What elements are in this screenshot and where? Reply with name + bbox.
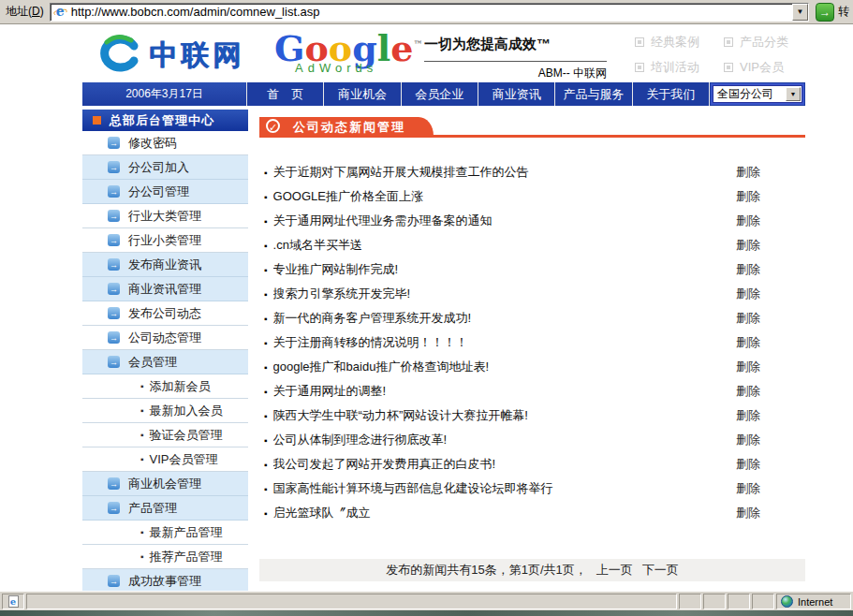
sidebar-item[interactable]: ▪添加新会员	[82, 374, 248, 399]
google-letter: e	[390, 27, 413, 69]
sidebar-item[interactable]: →发布公司动态	[82, 301, 248, 326]
nav-item[interactable]: 商业机会	[324, 82, 401, 106]
sidebar-title: 总部后台管理中心	[110, 112, 214, 129]
prev-page-link[interactable]: 上一页	[596, 562, 633, 579]
status-message-pane	[26, 594, 677, 609]
delete-link[interactable]: 删除	[736, 456, 760, 473]
sidebar-item-label: 发布公司动态	[128, 305, 201, 322]
delete-link[interactable]: 删除	[736, 505, 760, 521]
quick-links: 经典案例产品分类培训活动VIP会员	[635, 34, 788, 76]
arrow-icon: →	[108, 356, 120, 368]
news-title-link[interactable]: 关于近期对下属网站开展大规模排查工作的公告	[273, 164, 529, 181]
nav-item[interactable]: 产品与服务	[555, 82, 632, 106]
branch-select[interactable]: 全国分公司 ▼	[713, 85, 802, 103]
news-title-link[interactable]: 新一代的商务客户管理系统开发成功!	[273, 310, 472, 327]
bullet-icon: ▪	[264, 216, 268, 227]
delete-link[interactable]: 删除	[736, 164, 760, 181]
sidebar-item-label: 公司动态管理	[128, 330, 201, 346]
branch-select-dropdown-button[interactable]: ▼	[786, 87, 801, 101]
sidebar-item[interactable]: →公司动态管理	[82, 326, 248, 350]
next-page-link[interactable]: 下一页	[642, 562, 679, 579]
news-title-link[interactable]: 搜索力引擎系统开发完毕!	[273, 286, 411, 302]
document-icon	[8, 595, 19, 608]
arrow-icon: →	[108, 185, 120, 198]
bullet-icon: ▪	[140, 551, 144, 562]
sidebar-item[interactable]: →行业小类管理	[82, 228, 248, 253]
sidebar-item[interactable]: →修改密码	[82, 131, 248, 155]
sidebar-item[interactable]: ▪推荐产品管理	[82, 545, 248, 569]
bullet-icon: ▪	[264, 289, 268, 300]
address-bar: 地址(D) e ▼ → 转	[0, 0, 853, 24]
bullet-icon: ▪	[140, 454, 144, 464]
news-title-link[interactable]: 关于注册商转移的情况说明！！！！	[273, 334, 468, 351]
delete-link[interactable]: 删除	[736, 432, 760, 448]
quick-link[interactable]: 培训活动	[635, 59, 699, 76]
nav-item[interactable]: 商业资讯	[478, 82, 555, 106]
delete-link[interactable]: 删除	[736, 407, 760, 424]
sidebar-item-label: 成功故事管理	[128, 573, 201, 590]
status-pane-1	[679, 594, 701, 609]
news-row: ▪关于通用网址的调整!删除	[264, 379, 805, 403]
bullet-icon: ▪	[264, 460, 268, 470]
sidebar-item[interactable]: ▪验证会员管理	[82, 423, 248, 447]
delete-link[interactable]: 删除	[736, 383, 760, 400]
google-letter: l	[377, 27, 390, 69]
news-row: ▪google推广和baidu推广价格查询地址表!删除	[264, 355, 805, 379]
address-input[interactable]	[71, 5, 792, 20]
bullet-icon: ▪	[264, 508, 268, 519]
nav-item[interactable]: 会员企业	[402, 82, 478, 106]
sidebar-item[interactable]: →分公司加入	[82, 155, 248, 180]
checkmark-icon: ✓	[266, 119, 280, 133]
news-title-link[interactable]: 专业推广网站制作完成!	[273, 261, 399, 278]
go-button-label[interactable]: 转	[838, 4, 849, 20]
news-title-link[interactable]: 国家高性能计算环境与西部信息化建设论坛即将举行	[273, 480, 553, 497]
news-title-link[interactable]: GOOGLE推广价格全面上涨	[273, 188, 423, 205]
news-title-link[interactable]: .cn域名半买半送	[273, 237, 362, 254]
news-row: ▪.cn域名半买半送删除	[264, 233, 805, 257]
branch-select-area: 全国分公司 ▼	[710, 82, 805, 106]
sidebar-item[interactable]: ▪VIP会员管理	[82, 447, 248, 472]
square-bullet-icon	[635, 63, 644, 72]
address-dropdown-button[interactable]: ▼	[792, 4, 808, 21]
sidebar-item[interactable]: →产品管理	[82, 496, 248, 521]
news-title-link[interactable]: 我公司发起了网站开发费用真正的白皮书!	[273, 456, 496, 473]
sidebar-item[interactable]: →商业资讯管理	[82, 277, 248, 301]
sidebar-item[interactable]: →行业大类管理	[82, 204, 248, 228]
delete-link[interactable]: 删除	[736, 261, 760, 278]
delete-link[interactable]: 删除	[736, 188, 760, 205]
sidebar-item[interactable]: →会员管理	[82, 350, 248, 374]
news-title-link[interactable]: 公司从体制到理念进行彻底改革!	[273, 432, 448, 448]
delete-link[interactable]: 删除	[736, 310, 760, 327]
sidebar-item[interactable]: →发布商业资讯	[82, 253, 248, 277]
news-title-link[interactable]: 陕西大学生中联“动力杯”网站设计大赛拉开帷幕!	[273, 407, 528, 424]
news-title-link[interactable]: 关于通用网址代理业务需办理备案的通知	[273, 213, 493, 229]
delete-link[interactable]: 删除	[736, 359, 760, 375]
bullet-icon: ▪	[264, 314, 268, 324]
delete-link[interactable]: 删除	[736, 237, 760, 254]
sidebar-item[interactable]: ▪最新产品管理	[82, 521, 248, 545]
delete-link[interactable]: 删除	[736, 334, 760, 351]
sidebar-item[interactable]: →商业机会管理	[82, 472, 248, 496]
quick-link[interactable]: VIP会员	[724, 59, 788, 76]
news-title-link[interactable]: 启光篮球队〞成立	[273, 505, 371, 521]
sidebar-item[interactable]: ▪最新加入会员	[82, 399, 248, 423]
bullet-icon: ▪	[140, 430, 144, 440]
sidebar-item[interactable]: →成功故事管理	[82, 569, 248, 592]
quick-link[interactable]: 经典案例	[635, 34, 699, 51]
arrow-icon: →	[108, 234, 120, 246]
bullet-icon: ▪	[264, 192, 268, 202]
sidebar-item-label: 验证会员管理	[150, 427, 223, 444]
delete-link[interactable]: 删除	[736, 480, 760, 497]
quick-link[interactable]: 产品分类	[724, 34, 788, 51]
go-button[interactable]: →	[816, 3, 834, 22]
nav-item[interactable]: 关于我们	[633, 82, 710, 106]
news-title-link[interactable]: 关于通用网址的调整!	[273, 383, 387, 400]
nav-item[interactable]: 首 页	[247, 82, 324, 106]
address-label: 地址(D)	[6, 4, 44, 20]
news-title-link[interactable]: google推广和baidu推广价格查询地址表!	[273, 359, 489, 375]
sidebar-item-label: 商业资讯管理	[128, 281, 201, 298]
sidebar-item[interactable]: →分公司管理	[82, 180, 248, 204]
delete-link[interactable]: 删除	[736, 286, 760, 302]
delete-link[interactable]: 删除	[736, 213, 760, 229]
sidebar-item-label: 最新加入会员	[150, 403, 223, 419]
